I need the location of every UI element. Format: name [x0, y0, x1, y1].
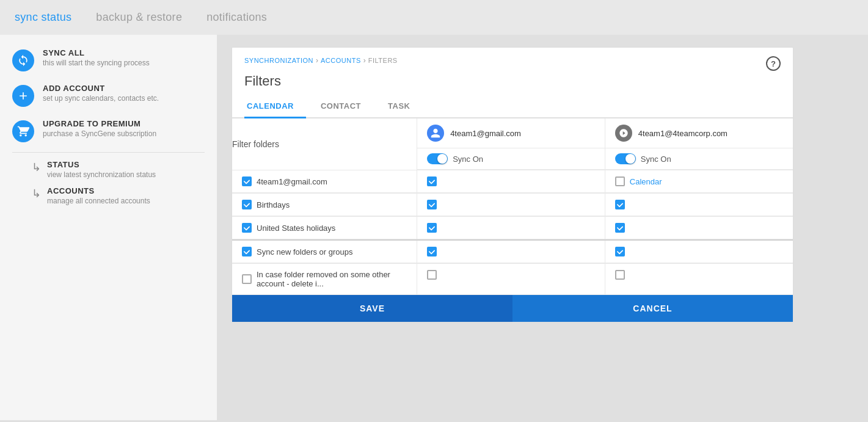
breadcrumb: SYNCHRONIZATION › ACCOUNTS › FILTERS	[244, 56, 398, 65]
folder-gmail-cb-2	[417, 194, 605, 216]
sidebar-accounts-text: Accounts manage all connected accounts	[47, 186, 150, 205]
option-gmail-cb-2	[417, 264, 605, 286]
account-header-row: Filter folders 4team1@gmail.com	[232, 118, 793, 170]
folder-corp-cb-1: Calendar	[605, 170, 793, 193]
tab-task[interactable]: TASK	[385, 95, 422, 118]
folder-main-cb-3: United States holidays	[232, 217, 417, 239]
sidebar-sync-all-subtitle: this will start the syncing process	[43, 59, 150, 67]
toggle-corp[interactable]	[615, 153, 636, 164]
sidebar-item-sync-all[interactable]: SYNC ALL this will start the syncing pro…	[0, 42, 217, 78]
folder-label-3: United States holidays	[257, 224, 335, 233]
sidebar-add-account-title: ADD ACCOUNT	[43, 84, 159, 93]
option-label-1: Sync new folders or groups	[257, 247, 353, 256]
save-button[interactable]: SAVE	[232, 295, 512, 322]
main-layout: SYNC ALL this will start the syncing pro…	[0, 35, 868, 420]
option-main-cb-1: Sync new folders or groups	[232, 241, 417, 263]
sidebar-item-accounts[interactable]: ↳ Accounts manage all connected accounts	[0, 183, 217, 209]
folder-corp-cb-2	[605, 194, 793, 216]
option-corp-cb-2	[605, 264, 793, 286]
checkbox-corp-2[interactable]	[615, 200, 625, 209]
top-nav: sync status backup & restore notificatio…	[0, 0, 868, 35]
tab-contact[interactable]: CONTACT	[318, 95, 373, 118]
breadcrumb-accounts[interactable]: ACCOUNTS	[321, 57, 361, 64]
checkbox-gmail-3[interactable]	[427, 223, 437, 233]
checkbox-option-gmail-1[interactable]	[427, 247, 437, 256]
sync-row-corp: Sync On	[605, 148, 793, 170]
checkbox-option-main-2[interactable]	[242, 274, 252, 284]
nav-notifications[interactable]: notifications	[206, 11, 267, 24]
help-icon[interactable]: ?	[766, 56, 781, 71]
option-label-2: In case folder removed on some other acc…	[257, 270, 407, 288]
sync-label-gmail: Sync On	[453, 155, 483, 164]
sync-icon	[12, 49, 34, 71]
sidebar-add-account-subtitle: set up sync calendars, contacts etc.	[43, 94, 159, 103]
sync-label-corp: Sync On	[641, 155, 671, 164]
sidebar-status-title: Status	[47, 160, 156, 169]
folder-main-cb-2: Birthdays	[232, 194, 417, 216]
toggle-gmail[interactable]	[427, 153, 448, 164]
cart-icon	[12, 120, 34, 142]
sidebar-sync-all-title: SYNC ALL	[43, 48, 150, 57]
checkbox-option-corp-2[interactable]	[615, 270, 625, 280]
checkbox-gmail-1[interactable]	[427, 176, 437, 186]
breadcrumb-sep-2: ›	[363, 56, 366, 65]
sidebar-accounts-title: Accounts	[47, 186, 150, 195]
checkbox-main-2[interactable]	[242, 200, 252, 209]
content-area: SYNCHRONIZATION › ACCOUNTS › FILTERS ? F…	[217, 35, 868, 420]
tab-bar: CALENDAR CONTACT TASK	[232, 95, 793, 118]
filter-folders-label: Filter folders	[232, 139, 279, 149]
arrow-right-icon-2: ↳	[32, 186, 41, 202]
tab-calendar[interactable]: CALENDAR	[244, 95, 306, 118]
checkbox-option-corp-1[interactable]	[615, 247, 625, 256]
breadcrumb-filters: FILTERS	[368, 57, 398, 64]
sidebar-upgrade-text: UPGRADE TO PREMIUM purchase a SyncGene s…	[43, 119, 156, 138]
arrow-right-icon: ↳	[32, 160, 41, 175]
filters-panel: SYNCHRONIZATION › ACCOUNTS › FILTERS ? F…	[232, 47, 793, 322]
option-row-1: Sync new folders or groups	[232, 240, 793, 264]
checkbox-corp-1[interactable]	[615, 176, 625, 186]
add-icon	[12, 85, 34, 107]
sidebar-item-status[interactable]: ↳ Status view latest synchronization sta…	[0, 156, 217, 183]
folder-main-cb-1: 4team1@gmail.com	[232, 170, 417, 193]
breadcrumb-sep-1: ›	[316, 56, 318, 65]
toggle-knob-corp	[625, 154, 635, 164]
option-corp-cb-1	[605, 241, 793, 263]
sidebar-status-text: Status view latest synchronization statu…	[47, 160, 156, 179]
avatar-gmail	[427, 125, 444, 142]
checkbox-corp-3[interactable]	[615, 223, 625, 233]
checkbox-main-1[interactable]	[242, 176, 252, 186]
checkbox-option-gmail-2[interactable]	[427, 270, 437, 280]
breadcrumb-synchronization[interactable]: SYNCHRONIZATION	[244, 57, 313, 64]
sidebar-add-account-text: ADD ACCOUNT set up sync calendars, conta…	[43, 84, 159, 103]
folder-gmail-cb-1	[417, 170, 605, 193]
folder-corp-label-1[interactable]: Calendar	[630, 177, 662, 186]
sidebar-divider	[12, 152, 205, 153]
nav-backup-restore[interactable]: backup & restore	[96, 11, 182, 24]
sidebar-status-subtitle: view latest synchronization status	[47, 170, 156, 179]
filter-table: Filter folders 4team1@gmail.com	[232, 118, 793, 294]
sidebar-upgrade-title: UPGRADE TO PREMIUM	[43, 119, 156, 128]
avatar-corp	[615, 125, 632, 142]
checkbox-gmail-2[interactable]	[427, 200, 437, 209]
folder-row-1: 4team1@gmail.com Calendar	[232, 170, 793, 194]
sidebar-item-upgrade[interactable]: UPGRADE TO PREMIUM purchase a SyncGene s…	[0, 113, 217, 148]
folder-gmail-cb-3	[417, 217, 605, 239]
nav-sync-status[interactable]: sync status	[15, 11, 71, 24]
folder-corp-cb-3	[605, 217, 793, 239]
account-email-corp: 4team1@4teamcorp.com	[638, 129, 728, 138]
panel-header: Filters	[232, 71, 793, 95]
sidebar-accounts-subtitle: manage all connected accounts	[47, 197, 150, 205]
checkbox-option-main-1[interactable]	[242, 247, 252, 256]
sidebar: SYNC ALL this will start the syncing pro…	[0, 35, 217, 420]
sidebar-sync-all-text: SYNC ALL this will start the syncing pro…	[43, 48, 150, 67]
sidebar-item-add-account[interactable]: ADD ACCOUNT set up sync calendars, conta…	[0, 78, 217, 113]
sidebar-upgrade-subtitle: purchase a SyncGene subscription	[43, 129, 156, 138]
option-gmail-cb-1	[417, 241, 605, 263]
cancel-button[interactable]: CANCEL	[512, 295, 793, 322]
checkbox-main-3[interactable]	[242, 223, 252, 233]
folder-label-1: 4team1@gmail.com	[257, 177, 327, 186]
button-row: SAVE CANCEL	[232, 294, 793, 322]
option-main-cb-2: In case folder removed on some other acc…	[232, 264, 417, 294]
account-email-gmail: 4team1@gmail.com	[450, 129, 521, 138]
folder-label-2: Birthdays	[257, 200, 290, 209]
